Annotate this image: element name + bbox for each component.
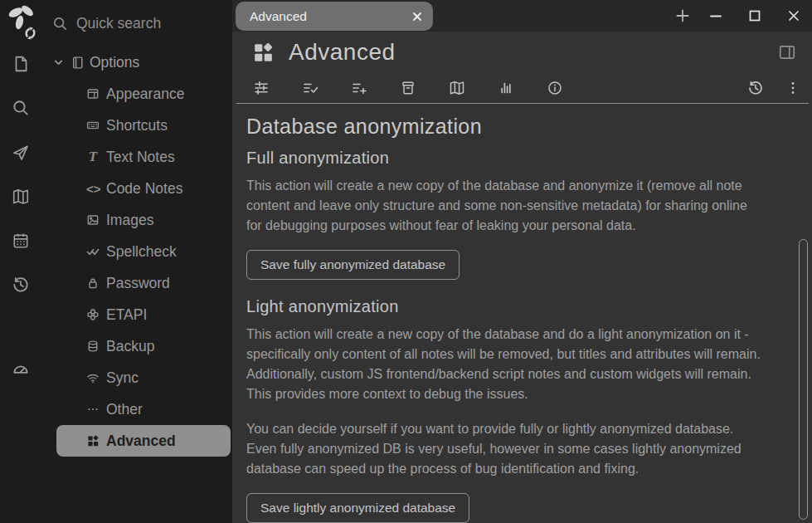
spellcheck-icon xyxy=(86,245,100,258)
tree-item-other[interactable]: Other xyxy=(44,393,232,425)
promoted-attributes-icon[interactable] xyxy=(351,80,367,96)
dashboard-icon[interactable] xyxy=(12,360,30,379)
note-map-icon[interactable] xyxy=(12,188,30,206)
left-pane: Options Appearance Short xyxy=(0,0,232,523)
tree-item-shortcuts[interactable]: Shortcuts xyxy=(44,110,232,141)
book-icon xyxy=(71,56,85,70)
tree-item-label: Code Notes xyxy=(106,180,182,198)
note-revisions-icon[interactable] xyxy=(747,80,764,96)
ribbon-tabs xyxy=(253,80,747,96)
tree-item-label: Backup xyxy=(106,338,154,355)
tree-item-images[interactable]: Images xyxy=(44,204,232,236)
similar-notes-icon[interactable] xyxy=(498,80,514,96)
minimize-icon[interactable] xyxy=(707,7,724,24)
paragraph: You can decide yourself if you want to p… xyxy=(246,419,762,479)
note-map-icon[interactable] xyxy=(449,80,465,96)
tree-item-advanced[interactable]: Advanced xyxy=(56,425,231,457)
ellipsis-icon xyxy=(86,403,100,416)
tab-label: Advanced xyxy=(250,9,410,24)
note-title-row: Advanced xyxy=(232,32,812,73)
tree-item-text-notes[interactable]: T Text Notes xyxy=(44,141,232,173)
section-title: Database anonymization xyxy=(246,115,762,139)
search-icon[interactable] xyxy=(12,99,30,117)
ribbon-actions xyxy=(747,80,801,96)
paragraph: This action will create a new copy of th… xyxy=(246,325,762,404)
tree-item-label: Images xyxy=(106,212,153,229)
chevron-down-icon[interactable] xyxy=(51,56,66,70)
tree-item-code-notes[interactable]: <> Code Notes xyxy=(44,173,232,204)
tree-item-label: Spellcheck xyxy=(106,243,177,261)
tree-item-spellcheck[interactable]: Spellcheck xyxy=(44,236,232,267)
tree-item-label: Other xyxy=(106,401,143,418)
tree-item-label: Password xyxy=(106,275,170,292)
basic-properties-icon[interactable] xyxy=(253,80,270,96)
paragraph: This action will create a new copy of th… xyxy=(246,176,762,236)
jump-to-note-icon[interactable] xyxy=(12,144,30,162)
note-content: Database anonymization Full anonymizatio… xyxy=(232,104,812,523)
keyboard-icon xyxy=(86,119,100,132)
database-icon xyxy=(86,340,100,353)
save-fully-anonymized-button[interactable]: Save fully anonymized database xyxy=(246,250,459,280)
tree-item-sync[interactable]: Sync xyxy=(44,362,232,393)
note-paths-icon[interactable] xyxy=(400,80,416,96)
launcher-bar xyxy=(0,0,44,523)
owned-attributes-icon[interactable] xyxy=(302,80,318,96)
wifi-icon xyxy=(86,371,100,384)
search-icon xyxy=(52,16,68,32)
light-anonymization-section: Light anonymization This action will cre… xyxy=(246,297,762,523)
tab-advanced[interactable]: Advanced xyxy=(236,2,433,31)
new-note-icon[interactable] xyxy=(12,55,30,73)
right-panel-toggle-icon[interactable] xyxy=(778,43,796,61)
app-window: Options Appearance Short xyxy=(0,0,812,523)
tree-item-label: Sync xyxy=(106,369,139,387)
tree-item-label: Shortcuts xyxy=(106,117,168,134)
calendar-icon[interactable] xyxy=(12,232,30,250)
text-icon: T xyxy=(86,149,100,165)
subsection-heading: Light anonymization xyxy=(246,297,762,316)
tree-item-label: Text Notes xyxy=(106,149,175,166)
flower-icon xyxy=(86,308,100,321)
tree-item-label: Options xyxy=(90,54,139,71)
tree-item-etapi[interactable]: ETAPI xyxy=(44,299,232,330)
new-tab-icon[interactable] xyxy=(673,7,692,25)
window-controls xyxy=(707,0,802,32)
tree-item-options[interactable]: Options xyxy=(44,46,232,78)
full-anonymization-section: Full anonymization This action will crea… xyxy=(246,149,762,289)
tree-item-label: Advanced xyxy=(106,433,176,450)
tree-item-appearance[interactable]: Appearance xyxy=(44,78,232,110)
tree-item-password[interactable]: Password xyxy=(44,267,232,299)
scrollbar-thumb[interactable] xyxy=(799,239,808,520)
quick-search-input[interactable] xyxy=(76,15,201,32)
tree-item-label: Appearance xyxy=(106,86,184,103)
code-icon: <> xyxy=(86,182,100,196)
kebab-menu-icon[interactable] xyxy=(785,80,801,96)
ribbon-toolbar xyxy=(232,73,812,103)
image-icon xyxy=(86,213,100,227)
grid-icon xyxy=(86,434,100,447)
subsection-heading: Full anonymization xyxy=(246,149,762,168)
tree-item-backup[interactable]: Backup xyxy=(44,330,232,362)
grid-icon xyxy=(251,41,275,64)
trilium-logo-icon xyxy=(4,2,42,44)
recent-changes-icon[interactable] xyxy=(12,276,30,294)
save-lightly-anonymized-button[interactable]: Save lightly anonymized database xyxy=(246,493,469,523)
main-pane: Advanced xyxy=(232,0,812,523)
quick-search[interactable] xyxy=(44,0,232,46)
maximize-icon[interactable] xyxy=(746,7,763,24)
close-window-icon[interactable] xyxy=(785,7,802,24)
tab-bar: Advanced xyxy=(232,0,812,32)
note-info-icon[interactable] xyxy=(547,80,563,96)
note-tree: Options Appearance Short xyxy=(44,0,232,523)
layout-icon xyxy=(86,87,100,100)
lock-icon xyxy=(86,276,100,290)
tree-item-label: ETAPI xyxy=(106,306,147,324)
tab-close-icon[interactable] xyxy=(410,9,425,24)
page-title[interactable]: Advanced xyxy=(289,39,778,66)
